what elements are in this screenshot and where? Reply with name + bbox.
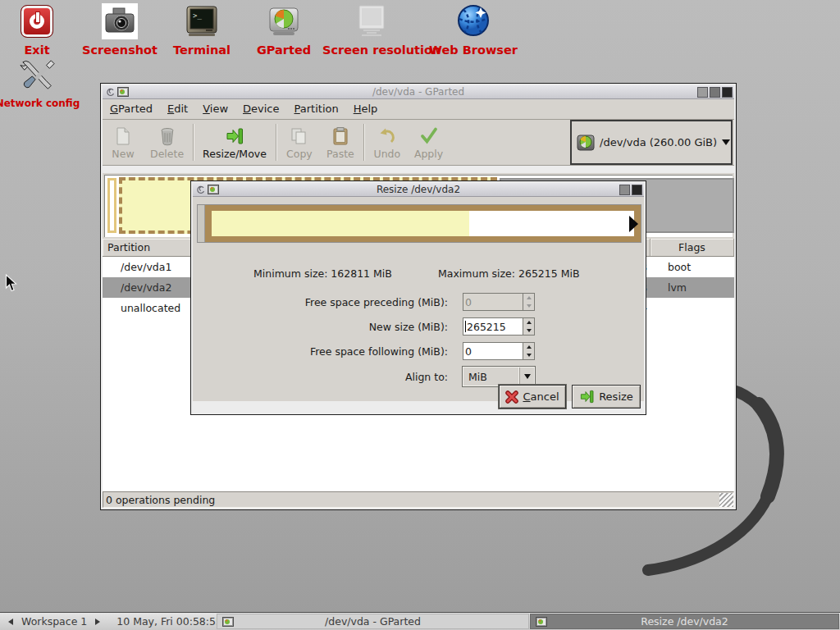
desktop-icon-screen-resolution[interactable]: Screen resolution bbox=[322, 3, 421, 57]
resize-move-button[interactable]: Resize/Move bbox=[196, 120, 273, 165]
taskbar-task-resize-dialog[interactable]: Resize /dev/vda2 bbox=[530, 614, 839, 629]
partition-segment-vda1[interactable] bbox=[107, 178, 116, 233]
paste-button[interactable]: Paste bbox=[320, 120, 361, 165]
spin-down-icon[interactable] bbox=[523, 351, 534, 359]
desktop-icon-gparted[interactable]: GParted bbox=[235, 3, 333, 57]
align-to-dropdown[interactable]: MiB bbox=[463, 367, 535, 386]
menu-gparted[interactable]: GParted bbox=[103, 99, 160, 119]
new-button[interactable]: New bbox=[103, 120, 144, 165]
harddisk-icon bbox=[577, 134, 595, 152]
taskbar: Workspace 1 10 May, Fri 00:58:55 /dev/vd… bbox=[0, 612, 840, 630]
slider-used-area bbox=[212, 211, 469, 236]
delete-trash-icon bbox=[158, 126, 176, 146]
chevron-down-icon bbox=[524, 374, 531, 379]
menu-help[interactable]: Help bbox=[346, 99, 386, 119]
new-size-spinner[interactable]: 265215 bbox=[463, 317, 535, 336]
menu-view[interactable]: View bbox=[195, 99, 235, 119]
globe-icon bbox=[455, 3, 491, 39]
taskbar-task-gparted[interactable]: /dev/vda - GParted bbox=[217, 614, 529, 629]
main-window-title: /dev/vda - GParted bbox=[103, 86, 734, 98]
toolbar: New Delete Resize/Move Copy Paste bbox=[103, 120, 734, 166]
undo-arrow-icon bbox=[378, 126, 396, 146]
status-bar: 0 operations pending bbox=[103, 491, 734, 508]
new-size-label: New size (MiB): bbox=[193, 321, 448, 333]
menubar: GParted Edit View Device Partition Help bbox=[103, 99, 734, 120]
status-text: 0 operations pending bbox=[106, 494, 215, 506]
free-space-following-input[interactable]: 0 bbox=[463, 342, 523, 360]
apply-button[interactable]: Apply bbox=[408, 120, 450, 165]
apply-check-icon bbox=[419, 126, 439, 146]
free-space-following-spinner[interactable]: 0 bbox=[463, 342, 535, 360]
free-space-preceding-input[interactable]: 0 bbox=[463, 293, 523, 311]
gparted-app-icon bbox=[536, 617, 547, 627]
svg-text:>_: >_ bbox=[193, 11, 202, 20]
dialog-titlebar[interactable]: Resize /dev/vda2 bbox=[193, 183, 644, 197]
camera-icon bbox=[102, 3, 138, 39]
main-titlebar[interactable]: /dev/vda - GParted bbox=[103, 85, 734, 99]
spin-up-icon[interactable] bbox=[523, 294, 534, 302]
column-header-flags[interactable]: Flags bbox=[651, 239, 734, 256]
maximize-button[interactable] bbox=[710, 87, 720, 98]
desktop-icon-label: Screen resolution bbox=[322, 43, 421, 57]
terminal-crt-icon: >_ bbox=[184, 3, 220, 39]
text-caret bbox=[465, 321, 466, 332]
new-size-input[interactable]: 265215 bbox=[463, 317, 523, 336]
task-label: Resize /dev/vda2 bbox=[531, 615, 838, 628]
resize-grip[interactable] bbox=[719, 493, 733, 507]
free-space-preceding-label: Free space preceding (MiB): bbox=[193, 296, 448, 308]
device-combo-value: /dev/vda (260.00 GiB) bbox=[600, 136, 717, 148]
clock: 10 May, Fri 00:58:55 bbox=[116, 615, 222, 628]
undo-button[interactable]: Undo bbox=[367, 120, 408, 165]
power-exit-icon bbox=[19, 3, 55, 39]
spin-up-icon[interactable] bbox=[523, 318, 534, 326]
toolbar-separator bbox=[363, 124, 364, 161]
minimize-button[interactable] bbox=[697, 87, 708, 98]
delete-button[interactable]: Delete bbox=[144, 120, 190, 165]
spin-down-icon[interactable] bbox=[523, 326, 534, 335]
disk-pie-icon bbox=[266, 3, 302, 39]
dialog-title: Resize /dev/vda2 bbox=[193, 184, 644, 195]
desktop-icon-network-config[interactable]: Network config bbox=[0, 57, 87, 109]
slider-left-grip[interactable] bbox=[198, 205, 205, 242]
slider-frame bbox=[205, 205, 641, 242]
tools-icon bbox=[20, 57, 56, 94]
workspace-prev-icon[interactable] bbox=[8, 619, 13, 625]
align-to-label: Align to: bbox=[193, 371, 448, 383]
desktop-icon-label: Network config bbox=[0, 98, 87, 109]
copy-button[interactable]: Copy bbox=[279, 120, 320, 165]
desktop-icon-web-browser[interactable]: Web Browser bbox=[424, 3, 523, 57]
maximum-size-label: Maximum size: 265215 MiB bbox=[438, 267, 580, 280]
cancel-button[interactable]: Cancel bbox=[499, 385, 566, 409]
resize-arrow-icon bbox=[579, 389, 595, 404]
free-space-preceding-spinner[interactable]: 0 bbox=[463, 293, 535, 311]
workspace-label[interactable]: Workspace 1 bbox=[21, 615, 87, 628]
toolbar-separator bbox=[276, 124, 276, 161]
menu-partition[interactable]: Partition bbox=[287, 99, 346, 119]
spin-down-icon[interactable] bbox=[523, 302, 534, 310]
menu-edit[interactable]: Edit bbox=[160, 99, 195, 119]
menu-device[interactable]: Device bbox=[235, 99, 286, 119]
close-button[interactable] bbox=[722, 87, 733, 98]
monitor-icon bbox=[354, 3, 390, 39]
maximize-button[interactable] bbox=[619, 185, 630, 195]
dialog-body: Minimum size: 162811 MiB Maximum size: 2… bbox=[193, 197, 644, 401]
close-button[interactable] bbox=[632, 185, 642, 195]
minimum-size-label: Minimum size: 162811 MiB bbox=[253, 267, 392, 280]
slider-right-handle-icon[interactable] bbox=[629, 216, 638, 232]
desktop-icon-label: Web Browser bbox=[424, 43, 523, 57]
toolbar-separator bbox=[193, 124, 194, 161]
workspace-next-icon[interactable] bbox=[95, 619, 100, 625]
gparted-app-icon bbox=[222, 617, 234, 627]
spin-up-icon[interactable] bbox=[523, 343, 534, 351]
device-selector[interactable]: /dev/vda (260.00 GiB) bbox=[570, 120, 733, 165]
resize-slider-widget[interactable] bbox=[197, 204, 641, 243]
resize-dialog: Resize /dev/vda2 Minimum size: 162811 Mi… bbox=[190, 180, 646, 415]
align-to-value: MiB bbox=[463, 371, 519, 383]
resize-confirm-button[interactable]: Resize bbox=[572, 385, 641, 409]
task-label: /dev/vda - GParted bbox=[217, 615, 528, 628]
copy-icon bbox=[290, 126, 309, 146]
paste-clipboard-icon bbox=[331, 126, 349, 146]
cancel-x-icon bbox=[505, 390, 518, 404]
mouse-cursor bbox=[5, 274, 17, 292]
new-partition-icon bbox=[114, 126, 132, 146]
